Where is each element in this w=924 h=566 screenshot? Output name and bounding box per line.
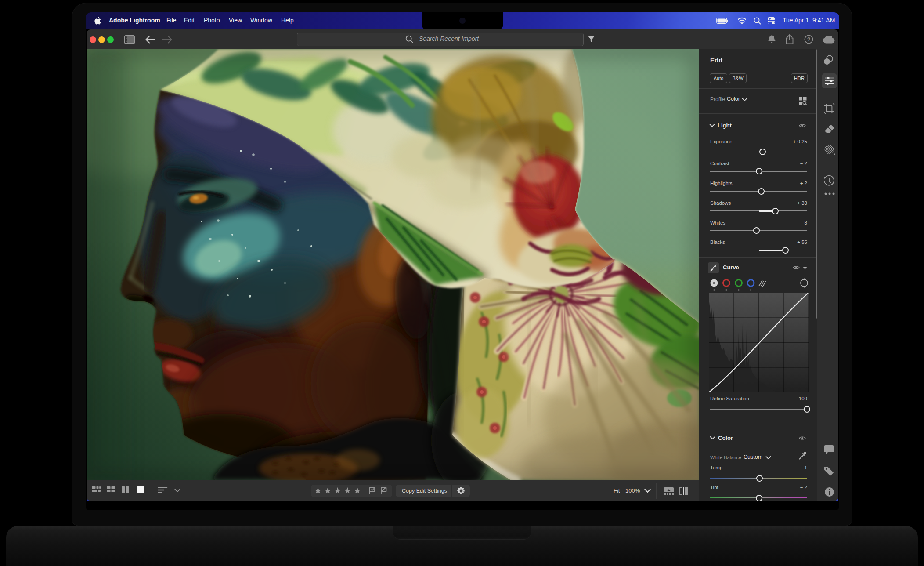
svg-text:?: ? [807,36,811,43]
